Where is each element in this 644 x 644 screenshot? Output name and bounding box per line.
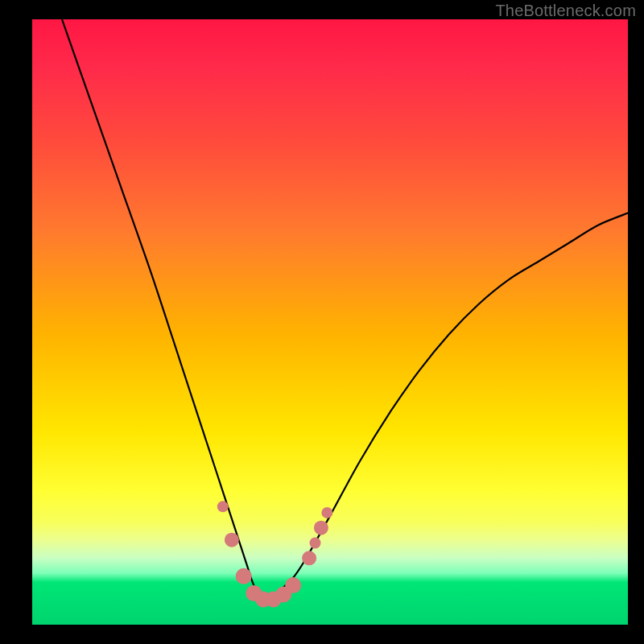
bottleneck-curve-path — [62, 19, 628, 601]
watermark-text: TheBottleneck.com — [495, 2, 636, 20]
curve-marker — [310, 537, 321, 548]
plot-area — [32, 19, 628, 625]
curve-marker — [321, 507, 332, 518]
curve-marker — [236, 568, 252, 584]
bottleneck-curve-svg — [32, 19, 628, 625]
curve-markers — [217, 501, 333, 607]
curve-marker — [314, 521, 328, 535]
curve-marker — [285, 577, 301, 593]
curve-marker — [302, 551, 316, 565]
chart-frame: TheBottleneck.com — [0, 0, 644, 644]
curve-marker — [217, 501, 229, 512]
curve-marker — [225, 533, 239, 547]
